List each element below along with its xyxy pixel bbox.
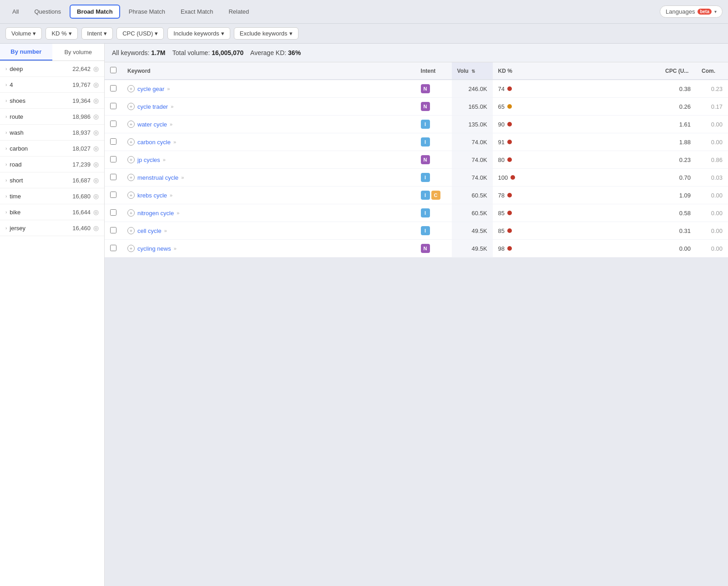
filter-include-keywords[interactable]: Include keywords ▾: [167, 27, 230, 40]
cpc-cell: 1.61: [660, 116, 696, 133]
tab-questions[interactable]: Questions: [27, 5, 68, 18]
row-checkbox[interactable]: [110, 103, 116, 109]
table-row: + carbon cycle » I 74.0K 91 1.88 0.00: [105, 133, 728, 151]
plus-circle-icon: +: [127, 85, 135, 92]
eye-icon[interactable]: ◎: [93, 208, 99, 216]
row-checkbox[interactable]: [110, 156, 116, 162]
tab-related[interactable]: Related: [222, 5, 256, 18]
sidebar-item[interactable]: › jersey 16,460 ◎: [0, 220, 104, 236]
filter-kd[interactable]: KD % ▾: [46, 27, 77, 40]
keyword-link[interactable]: + cycling news »: [127, 245, 410, 252]
eye-icon[interactable]: ◎: [93, 97, 99, 104]
tab-all[interactable]: All: [5, 5, 25, 18]
filter-cpc[interactable]: CPC (USD) ▾: [116, 27, 164, 40]
intent-badge: I: [421, 173, 430, 182]
eye-icon[interactable]: ◎: [93, 145, 99, 152]
row-checkbox[interactable]: [110, 121, 116, 127]
col-header-cpc: CPC (U...: [660, 62, 696, 80]
tab-phrase-match[interactable]: Phrase Match: [122, 5, 172, 18]
keyword-link[interactable]: + water cycle »: [127, 121, 410, 128]
intent-pair: I: [421, 137, 446, 146]
keyword-cell: + jp cycles »: [122, 151, 415, 169]
filter-exclude-keywords-label: Exclude keywords: [240, 30, 288, 37]
kd-cell: 90: [493, 116, 660, 133]
eye-icon[interactable]: ◎: [93, 161, 99, 168]
kd-value: 80: [498, 157, 505, 163]
sidebar-item[interactable]: › 4 19,767 ◎: [0, 77, 104, 93]
keyword-link[interactable]: + nitrogen cycle »: [127, 209, 410, 217]
sidebar-item[interactable]: › carbon 18,027 ◎: [0, 141, 104, 157]
keyword-text: jp cycles: [137, 157, 160, 163]
row-checkbox[interactable]: [110, 85, 116, 91]
filter-cpc-label: CPC (USD): [122, 30, 153, 37]
eye-icon[interactable]: ◎: [93, 65, 99, 72]
select-all-checkbox[interactable]: [110, 67, 116, 73]
eye-icon[interactable]: ◎: [93, 113, 99, 120]
tab-broad-match[interactable]: Broad Match: [70, 5, 120, 19]
eye-icon[interactable]: ◎: [93, 192, 99, 200]
row-checkbox[interactable]: [110, 174, 116, 180]
kd-dot-icon: [507, 104, 512, 109]
sidebar-item-right: 18,027 ◎: [72, 145, 99, 152]
sidebar-item[interactable]: › time 16,680 ◎: [0, 188, 104, 204]
eye-icon[interactable]: ◎: [93, 177, 99, 184]
sidebar-tab-by-number[interactable]: By number: [0, 44, 52, 61]
kd-cell: 65: [493, 98, 660, 116]
languages-label: Languages: [666, 8, 695, 15]
eye-icon[interactable]: ◎: [93, 81, 99, 88]
tab-exact-match[interactable]: Exact Match: [174, 5, 220, 18]
row-checkbox[interactable]: [110, 227, 116, 233]
sidebar-item-count: 17,239: [72, 161, 91, 168]
keyword-dbl-chevron-icon: »: [173, 139, 176, 145]
intent-cell: IC: [415, 187, 452, 204]
sidebar-item-chevron-icon: ›: [5, 210, 7, 215]
col-header-volume[interactable]: Volu ⇅: [452, 62, 493, 80]
eye-icon[interactable]: ◎: [93, 224, 99, 232]
sidebar-item-name: deep: [10, 66, 23, 72]
intent-cell: I: [415, 133, 452, 151]
intent-cell: I: [415, 169, 452, 187]
sidebar-item-name: 4: [10, 81, 13, 88]
sidebar-item-left: › shoes: [5, 97, 25, 104]
filters-row: Volume ▾ KD % ▾ Intent ▾ CPC (USD) ▾ Inc…: [0, 24, 728, 44]
keyword-link[interactable]: + carbon cycle »: [127, 138, 410, 146]
keyword-link[interactable]: + cycle trader »: [127, 103, 410, 110]
filter-exclude-keywords[interactable]: Exclude keywords ▾: [234, 27, 298, 40]
keyword-cell: + cycle gear »: [122, 80, 415, 98]
sidebar-item[interactable]: › shoes 19,364 ◎: [0, 93, 104, 109]
kd-dot-icon: [507, 246, 512, 251]
kd-cell: 78: [493, 187, 660, 204]
sidebar-item-name: road: [10, 161, 21, 168]
intent-pair: N: [421, 155, 446, 164]
sidebar-item-right: 18,986 ◎: [72, 113, 99, 120]
keyword-cell: + cycling news »: [122, 240, 415, 258]
row-checkbox[interactable]: [110, 245, 116, 251]
comp-cell: 0.00: [696, 204, 728, 222]
row-checkbox[interactable]: [110, 209, 116, 216]
eye-icon[interactable]: ◎: [93, 129, 99, 136]
beta-badge: beta: [698, 9, 712, 15]
sidebar-item[interactable]: › wash 18,937 ◎: [0, 125, 104, 141]
sidebar-tab-by-volume[interactable]: By volume: [52, 44, 105, 61]
intent-pair: I: [421, 173, 446, 182]
keyword-link[interactable]: + cell cycle »: [127, 227, 410, 234]
sidebar-item[interactable]: › deep 22,642 ◎: [0, 61, 104, 77]
row-checkbox[interactable]: [110, 138, 116, 145]
languages-button[interactable]: Languages beta ▾: [660, 5, 723, 18]
sidebar-item[interactable]: › bike 16,644 ◎: [0, 204, 104, 220]
col-header-checkbox: [105, 62, 122, 80]
sidebar-item[interactable]: › short 16,687 ◎: [0, 172, 104, 188]
keyword-link[interactable]: + jp cycles »: [127, 156, 410, 163]
volume-cell: 135.0K: [452, 116, 493, 133]
keyword-link[interactable]: + cycle gear »: [127, 85, 410, 92]
sidebar-item-count: 22,642: [72, 66, 91, 72]
sidebar-item[interactable]: › road 17,239 ◎: [0, 157, 104, 172]
filter-intent[interactable]: Intent ▾: [81, 27, 113, 40]
keyword-link[interactable]: + krebs cycle »: [127, 192, 410, 199]
filter-volume[interactable]: Volume ▾: [5, 27, 42, 40]
sidebar-item[interactable]: › route 18,986 ◎: [0, 109, 104, 125]
kd-cell: 98: [493, 240, 660, 258]
row-checkbox[interactable]: [110, 192, 116, 198]
sidebar-item-chevron-icon: ›: [5, 162, 7, 167]
keyword-link[interactable]: + menstrual cycle »: [127, 174, 410, 181]
